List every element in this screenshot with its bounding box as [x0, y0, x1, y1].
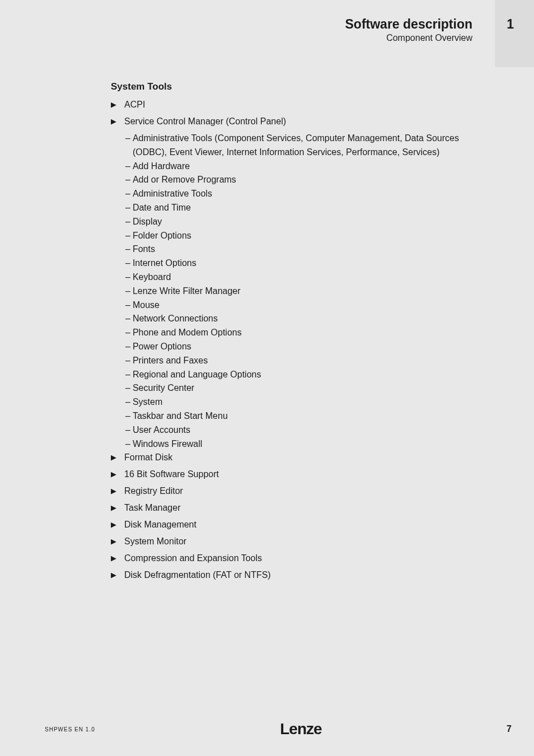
sub-text: Windows Firewall: [133, 437, 478, 451]
bullet-text: ACPI: [124, 98, 478, 111]
sub-text: Printers and Faxes: [133, 354, 478, 368]
bullet-item: ▶Task Manager: [111, 501, 478, 515]
sub-text: Fonts: [133, 242, 478, 256]
sub-item: –Date and Time: [125, 201, 478, 215]
dash-bullet-icon: –: [125, 284, 133, 298]
dash-bullet-icon: –: [125, 437, 133, 451]
sub-item: –Add Hardware: [125, 160, 478, 174]
dash-bullet-icon: –: [125, 132, 133, 146]
sub-item: –Keyboard: [125, 270, 478, 284]
sub-text: System: [133, 395, 478, 409]
header-title: Software description: [345, 17, 472, 32]
sub-text: Add or Remove Programs: [133, 173, 478, 187]
sub-item: –Internet Options: [125, 256, 478, 270]
dash-bullet-icon: –: [125, 201, 133, 215]
dash-bullet-icon: –: [125, 381, 133, 395]
sub-text: Taskbar and Start Menu: [133, 409, 478, 423]
bullet-text: Format Disk: [124, 451, 478, 464]
triangle-bullet-icon: ▶: [111, 98, 124, 110]
dash-bullet-icon: –: [125, 395, 133, 409]
footer-doc-id: SHPWES EN 1.0: [45, 726, 95, 732]
section-title: System Tools: [111, 81, 478, 92]
sub-text: Keyboard: [133, 270, 478, 284]
triangle-bullet-icon: ▶: [111, 552, 124, 564]
sub-item: –Mouse: [125, 298, 478, 312]
sub-text: Administrative Tools (Component Services…: [133, 132, 478, 160]
sub-text: Lenze Write Filter Manager: [133, 284, 478, 298]
sub-list: –Administrative Tools (Component Service…: [125, 132, 478, 451]
dash-bullet-icon: –: [125, 340, 133, 354]
page-header: Software description Component Overview: [345, 17, 472, 43]
sub-item: –Display: [125, 215, 478, 229]
bullet-item: ▶Disk Management: [111, 518, 478, 531]
header-band: [495, 0, 534, 67]
triangle-bullet-icon: ▶: [111, 568, 124, 581]
header-subtitle: Component Overview: [345, 33, 472, 43]
bullet-text: Compression and Expansion Tools: [124, 552, 478, 565]
sub-text: Administrative Tools: [133, 187, 478, 201]
sub-text: Folder Options: [133, 229, 478, 243]
dash-bullet-icon: –: [125, 256, 133, 270]
triangle-bullet-icon: ▶: [111, 484, 124, 497]
sub-text: Mouse: [133, 298, 478, 312]
dash-bullet-icon: –: [125, 326, 133, 340]
sub-item: –Administrative Tools: [125, 187, 478, 201]
chapter-number: 1: [507, 17, 514, 32]
bullet-item: ▶16 Bit Software Support: [111, 468, 478, 481]
sub-item: –Folder Options: [125, 229, 478, 243]
sub-text: Phone and Modem Options: [133, 326, 478, 340]
sub-item: –Fonts: [125, 242, 478, 256]
bullet-item: ▶System Monitor: [111, 535, 478, 548]
dash-bullet-icon: –: [125, 173, 133, 187]
triangle-bullet-icon: ▶: [111, 468, 124, 480]
sub-item: –Windows Firewall: [125, 437, 478, 451]
footer-page-number: 7: [507, 724, 512, 734]
sub-item: –Security Center: [125, 381, 478, 395]
sub-item: –System: [125, 395, 478, 409]
sub-text: User Accounts: [133, 423, 478, 437]
sub-text: Add Hardware: [133, 160, 478, 174]
bullet-text: Disk Defragmentation (FAT or NTFS): [124, 568, 478, 582]
dash-bullet-icon: –: [125, 312, 133, 326]
bullet-item: ▶Service Control Manager (Control Panel): [111, 115, 478, 128]
triangle-bullet-icon: ▶: [111, 535, 124, 547]
footer-logo: Lenze: [280, 720, 321, 738]
bullet-item: ▶Compression and Expansion Tools: [111, 552, 478, 565]
sub-item: –Taskbar and Start Menu: [125, 409, 478, 423]
bullet-item: ▶Registry Editor: [111, 484, 478, 498]
triangle-bullet-icon: ▶: [111, 115, 124, 127]
dash-bullet-icon: –: [125, 354, 133, 368]
dash-bullet-icon: –: [125, 215, 133, 229]
dash-bullet-icon: –: [125, 229, 133, 243]
triangle-bullet-icon: ▶: [111, 451, 124, 463]
dash-bullet-icon: –: [125, 187, 133, 201]
sub-item: –Phone and Modem Options: [125, 326, 478, 340]
dash-bullet-icon: –: [125, 368, 133, 382]
content-area: System Tools ▶ACPI▶Service Control Manag…: [111, 81, 478, 585]
dash-bullet-icon: –: [125, 409, 133, 423]
bullet-text: System Monitor: [124, 535, 478, 548]
bullet-list: ▶ACPI▶Service Control Manager (Control P…: [111, 98, 478, 582]
page-footer: SHPWES EN 1.0 Lenze 7: [0, 720, 534, 738]
sub-item: –Add or Remove Programs: [125, 173, 478, 187]
dash-bullet-icon: –: [125, 270, 133, 284]
sub-item: –Administrative Tools (Component Service…: [125, 132, 478, 160]
sub-item: –Regional and Language Options: [125, 368, 478, 382]
bullet-item: ▶Format Disk: [111, 451, 478, 464]
dash-bullet-icon: –: [125, 423, 133, 437]
sub-text: Regional and Language Options: [133, 368, 478, 382]
bullet-text: Service Control Manager (Control Panel): [124, 115, 478, 128]
sub-item: –Printers and Faxes: [125, 354, 478, 368]
bullet-text: Registry Editor: [124, 484, 478, 498]
sub-text: Internet Options: [133, 256, 478, 270]
triangle-bullet-icon: ▶: [111, 501, 124, 514]
sub-item: –Network Connections: [125, 312, 478, 326]
bullet-item: ▶ACPI: [111, 98, 478, 111]
sub-text: Power Options: [133, 340, 478, 354]
bullet-text: 16 Bit Software Support: [124, 468, 478, 481]
dash-bullet-icon: –: [125, 242, 133, 256]
sub-text: Security Center: [133, 381, 478, 395]
dash-bullet-icon: –: [125, 160, 133, 174]
triangle-bullet-icon: ▶: [111, 518, 124, 530]
sub-text: Display: [133, 215, 478, 229]
